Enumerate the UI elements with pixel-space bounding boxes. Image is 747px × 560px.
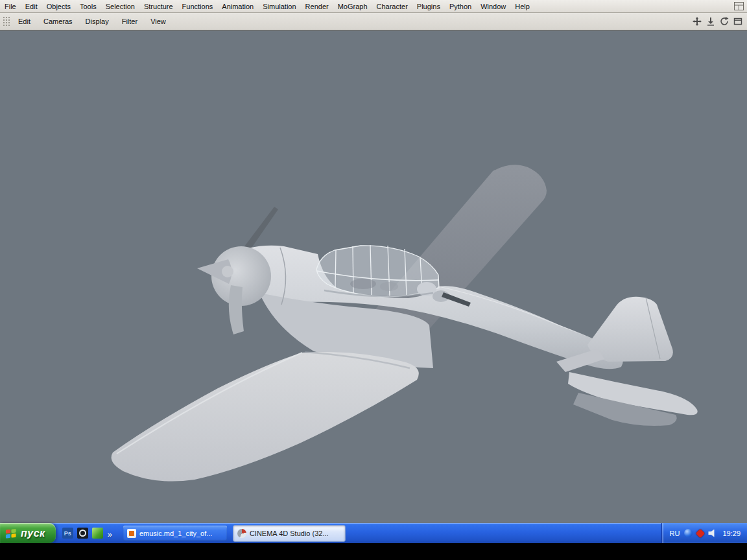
cinema4d-app-icon [237,529,246,538]
viewport-menu-display[interactable]: Display [79,16,115,27]
taskbar-task-emusic[interactable]: emusic.md_1_city_of... [123,526,227,541]
viewport-menu-cameras[interactable]: Cameras [37,16,79,27]
cockpit-interior [380,282,398,291]
menu-file[interactable]: File [0,1,21,12]
opera-ring [79,530,86,537]
windows-logo-icon [5,528,18,539]
system-tray: RU 19:29 [661,523,747,543]
clock[interactable]: 19:29 [722,530,741,537]
screen: File Edit Objects Tools Selection Struct… [0,0,747,560]
menu-edit[interactable]: Edit [21,1,42,12]
opera-icon[interactable] [77,528,88,539]
quick-launch-bar: Ps » [56,528,117,539]
viewport-3d[interactable] [0,30,747,524]
screen-letterbox [0,543,747,560]
viewport-menu-filter[interactable]: Filter [115,16,144,27]
pan-view-icon[interactable] [692,16,702,27]
tray-globe-icon[interactable] [684,529,693,537]
viewport-menu-edit[interactable]: Edit [12,16,37,27]
viewport-toolbar: Edit Cameras Display Filter View [0,13,747,30]
menu-render[interactable]: Render [301,1,333,12]
task-label: emusic.md_1_city_of... [139,530,213,537]
quick-launch-overflow-chevron[interactable]: » [108,528,112,539]
viewport-menu-view[interactable]: View [144,16,172,27]
propeller-blade-lower [229,285,244,334]
menu-selection[interactable]: Selection [101,1,139,12]
dock-view-icon[interactable] [706,16,716,27]
task-label: CINEMA 4D Studio (32... [250,530,329,537]
start-label: пуск [21,528,45,539]
menu-character[interactable]: Character [372,1,412,12]
tail-assembly [556,297,698,426]
menu-mograph[interactable]: MoGraph [333,1,372,12]
language-indicator[interactable]: RU [670,530,680,537]
viewport-nav-icons [692,16,743,27]
menu-simulation[interactable]: Simulation [258,1,300,12]
taskbar: пуск Ps » emusic.md_1_city_of... CINEMA … [0,523,747,543]
layout-grid-icon[interactable] [734,2,744,10]
document-file-icon [127,529,136,538]
menu-window[interactable]: Window [476,1,510,12]
photoshop-icon[interactable]: Ps [62,528,73,539]
rotate-view-icon[interactable] [719,16,729,27]
vertical-fin [587,297,673,362]
menu-tools[interactable]: Tools [75,1,101,12]
tray-alert-icon[interactable] [696,528,705,537]
menu-help[interactable]: Help [510,1,534,12]
volume-icon[interactable] [708,530,716,537]
menu-plugins[interactable]: Plugins [412,1,445,12]
menu-python[interactable]: Python [445,1,476,12]
menu-functions[interactable]: Functions [178,1,218,12]
app-menubar: File Edit Objects Tools Selection Struct… [0,0,747,13]
menu-objects[interactable]: Objects [42,1,75,12]
cockpit-interior [350,279,376,289]
near-wing [112,352,419,482]
start-button[interactable]: пуск [0,523,56,543]
menu-structure[interactable]: Structure [139,1,178,12]
taskbar-task-cinema4d[interactable]: CINEMA 4D Studio (32... [233,525,346,542]
airplane-model [0,31,747,524]
menu-animation[interactable]: Animation [217,1,258,12]
toolbar-grip-handle[interactable] [3,16,10,27]
toggle-layout-icon[interactable] [733,16,743,27]
quick-launch-app-icon[interactable] [92,528,103,539]
